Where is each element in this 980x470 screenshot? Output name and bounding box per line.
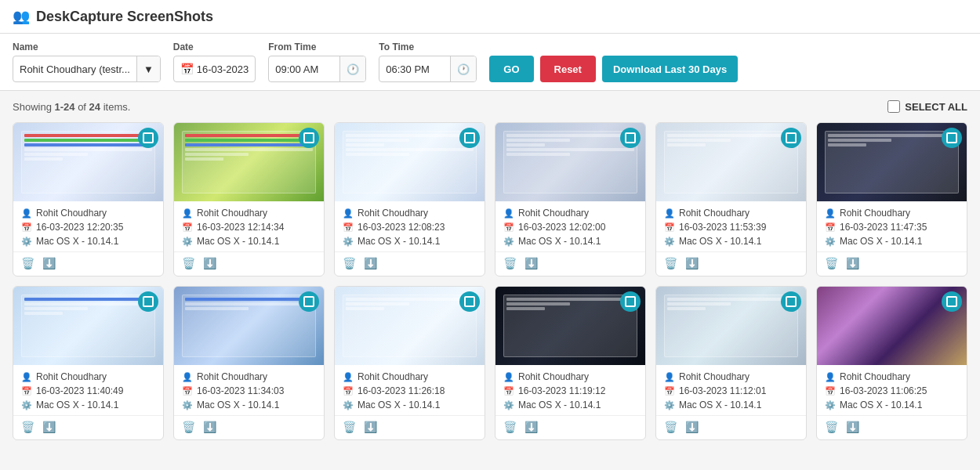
delete-button[interactable]: 🗑️ <box>343 421 356 433</box>
name-label: Name <box>13 42 161 52</box>
to-time-icon[interactable]: 🕐 <box>450 56 476 81</box>
users-icon: 👥 <box>13 8 30 25</box>
card-select-checkbox[interactable] <box>459 291 480 312</box>
card-datetime: 16-03-2023 11:19:12 <box>518 385 605 396</box>
gear-icon: ⚙️ <box>664 237 675 247</box>
card-os: Mac OS X - 10.14.1 <box>840 236 922 247</box>
card-select-checkbox[interactable] <box>620 128 641 148</box>
card-select-checkbox[interactable] <box>620 291 641 312</box>
gear-icon: ⚙️ <box>825 400 836 410</box>
card-user-name: Rohit Choudhary <box>36 371 107 382</box>
user-icon: 👤 <box>21 208 32 219</box>
screenshot-mockup <box>343 295 477 357</box>
delete-button[interactable]: 🗑️ <box>503 421 517 433</box>
download-button[interactable]: ⬇️ <box>203 421 216 433</box>
delete-button[interactable]: 🗑️ <box>21 421 34 433</box>
delete-button[interactable]: 🗑️ <box>503 257 517 269</box>
card-thumbnail <box>13 287 163 365</box>
card-user-name: Rohit Choudhary <box>36 208 107 219</box>
screenshot-mockup <box>825 131 960 193</box>
download-button[interactable]: ⬇️ <box>846 257 859 269</box>
calendar-icon: 📅 <box>21 386 32 396</box>
delete-button[interactable]: 🗑️ <box>664 421 677 433</box>
user-icon: 👤 <box>343 208 354 219</box>
download-button[interactable]: ⬇️ <box>42 257 56 269</box>
delete-button[interactable]: 🗑️ <box>182 421 195 433</box>
card-select-checkbox[interactable] <box>942 291 962 312</box>
delete-button[interactable]: 🗑️ <box>664 257 677 269</box>
card-datetime: 16-03-2023 11:47:35 <box>840 222 927 233</box>
select-all-label: SELECT ALL <box>905 101 967 113</box>
app-header: 👥 DeskCapture ScreenShots <box>0 0 980 34</box>
go-button[interactable]: GO <box>489 56 533 82</box>
download-button[interactable]: ⬇️ <box>42 421 56 433</box>
select-all-checkbox[interactable] <box>887 100 900 113</box>
card-select-checkbox[interactable] <box>299 128 319 148</box>
select-all-wrapper[interactable]: SELECT ALL <box>887 100 967 113</box>
delete-button[interactable]: 🗑️ <box>343 257 356 269</box>
name-dropdown-toggle[interactable]: ▼ <box>136 56 160 81</box>
calendar-icon: 📅 <box>343 222 354 233</box>
date-input-value: 16-03-2023 <box>197 63 249 75</box>
gear-icon: ⚙️ <box>664 400 675 410</box>
card-os: Mac OS X - 10.14.1 <box>518 400 601 410</box>
card-select-checkbox[interactable] <box>299 291 319 312</box>
reset-button[interactable]: Reset <box>540 56 596 82</box>
showing-total: 24 <box>89 101 100 113</box>
calendar-icon: 📅 <box>343 386 354 396</box>
user-icon: 👤 <box>664 208 675 219</box>
date-label: Date <box>173 42 256 52</box>
name-input-wrapper[interactable]: Rohit Choudhary (testr... ▼ <box>13 56 161 82</box>
screenshot-mockup <box>182 295 317 357</box>
delete-button[interactable]: 🗑️ <box>825 421 838 433</box>
card-os: Mac OS X - 10.14.1 <box>358 400 440 410</box>
card-user-name: Rohit Choudhary <box>197 208 267 219</box>
download-button[interactable]: ⬇️ <box>685 421 699 433</box>
download-button[interactable]: ⬇️ <box>364 257 377 269</box>
card-os: Mac OS X - 10.14.1 <box>197 236 279 247</box>
delete-button[interactable]: 🗑️ <box>182 257 195 269</box>
download-button[interactable]: ⬇️ <box>685 257 699 269</box>
from-time-input-wrapper[interactable]: 09:00 AM 🕐 <box>268 56 366 82</box>
card-thumbnail <box>495 287 645 365</box>
card-datetime: 16-03-2023 11:12:01 <box>679 385 766 396</box>
card-select-checkbox[interactable] <box>942 128 962 148</box>
download-button[interactable]: ⬇️ <box>364 421 377 433</box>
download-last-30-days-button[interactable]: Download Last 30 Days <box>602 56 738 82</box>
delete-button[interactable]: 🗑️ <box>21 257 34 269</box>
card-select-checkbox[interactable] <box>781 291 801 312</box>
user-icon: 👤 <box>825 372 836 382</box>
download-button[interactable]: ⬇️ <box>203 257 216 269</box>
card-select-checkbox[interactable] <box>459 128 480 148</box>
screenshot-card: 👤Rohit Choudhary📅16-03-2023 11:06:25⚙️Ma… <box>816 286 967 440</box>
card-select-checkbox[interactable] <box>781 128 801 148</box>
date-input-wrapper[interactable]: 📅 16-03-2023 <box>173 56 256 82</box>
download-button[interactable]: ⬇️ <box>524 421 538 433</box>
card-os: Mac OS X - 10.14.1 <box>36 236 118 247</box>
user-icon: 👤 <box>825 208 836 219</box>
card-os: Mac OS X - 10.14.1 <box>679 236 761 247</box>
user-icon: 👤 <box>343 372 354 382</box>
user-icon: 👤 <box>182 208 193 219</box>
card-datetime: 16-03-2023 11:26:18 <box>358 385 445 396</box>
to-time-input-wrapper[interactable]: 06:30 PM 🕐 <box>379 56 477 82</box>
screenshot-card: 👤Rohit Choudhary📅16-03-2023 12:20:35⚙️Ma… <box>13 122 164 277</box>
screenshot-mockup <box>503 131 638 193</box>
screenshot-card: 👤Rohit Choudhary📅16-03-2023 12:02:00⚙️Ma… <box>495 122 646 277</box>
name-filter-group: Name Rohit Choudhary (testr... ▼ <box>13 42 161 82</box>
download-button[interactable]: ⬇️ <box>846 421 859 433</box>
delete-button[interactable]: 🗑️ <box>825 257 838 269</box>
screenshot-mockup <box>664 295 799 357</box>
download-button[interactable]: ⬇️ <box>524 257 538 269</box>
card-os: Mac OS X - 10.14.1 <box>518 236 601 247</box>
card-thumbnail <box>656 287 806 365</box>
screenshot-card: 👤Rohit Choudhary📅16-03-2023 11:26:18⚙️Ma… <box>334 286 485 440</box>
calendar-icon: 📅 <box>21 222 32 233</box>
card-select-checkbox[interactable] <box>138 128 158 148</box>
screenshot-card: 👤Rohit Choudhary📅16-03-2023 11:53:39⚙️Ma… <box>655 122 807 277</box>
card-datetime: 16-03-2023 12:08:23 <box>358 222 445 233</box>
user-icon: 👤 <box>503 208 514 219</box>
card-select-checkbox[interactable] <box>138 291 158 312</box>
from-time-icon[interactable]: 🕐 <box>339 56 365 81</box>
card-user-name: Rohit Choudhary <box>518 208 589 219</box>
